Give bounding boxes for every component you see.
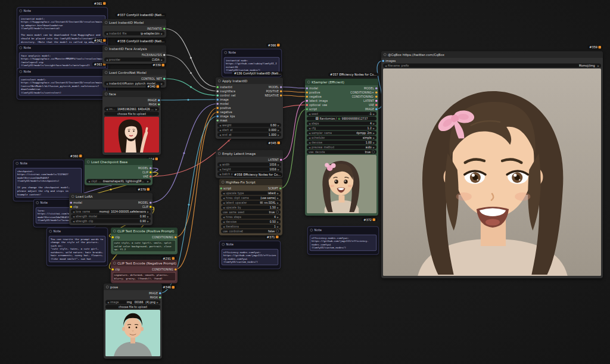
combo-widget-latent_upscaler[interactable]: ◀latent_upscalerttl_nn.SDXL▶	[221, 201, 281, 205]
output-slot-IMAGE[interactable]	[375, 108, 378, 110]
decrement-arrow-icon[interactable]: ◀	[219, 129, 221, 132]
collapse-icon[interactable]	[105, 21, 108, 24]
input-slot-control_net[interactable]	[217, 94, 219, 97]
collapse-icon[interactable]	[310, 229, 313, 232]
input-slot-insightface[interactable]	[217, 90, 219, 92]
collapse-icon[interactable]	[105, 71, 108, 74]
node-apply-instantid[interactable]: #136 ComfyUI InstantID (Nati...#345Apply…	[216, 77, 283, 139]
node-face[interactable]: #340#14faceIMAGEMASK◀image16481962661_64…	[102, 91, 161, 155]
combo-widget-ckpt_name[interactable]: ◀ckpt_namedreamshaperXL_lightningDPMSDE.…	[86, 179, 151, 183]
output-slot-SCRIPT[interactable]	[279, 187, 282, 189]
increment-arrow-icon[interactable]: ▶	[373, 113, 375, 116]
toggle-icon[interactable]	[276, 230, 279, 233]
increment-arrow-icon[interactable]: ▶	[147, 215, 149, 218]
toggle-icon[interactable]	[372, 151, 375, 154]
input-slot-image[interactable]	[217, 98, 219, 101]
input-slot-script[interactable]	[306, 108, 309, 110]
input-slot-clip[interactable]	[112, 268, 114, 270]
combo-widget-filename_prefix[interactable]: ◀filename_prefixMomoji/img_▶	[383, 64, 601, 68]
decrement-arrow-icon[interactable]: ◀	[106, 58, 108, 61]
output-slot-MASK[interactable]	[158, 103, 160, 105]
node-save-image[interactable]: #359@CqBox https://twitter.com/CqBoximag…	[381, 51, 603, 278]
increment-arrow-icon[interactable]: ▶	[278, 129, 279, 132]
collapse-icon[interactable]	[20, 10, 23, 13]
output-slot-MODEL[interactable]	[280, 86, 282, 88]
node-title-bar[interactable]: Apply InstantID	[216, 77, 283, 84]
toggle-widget-use_same_seed[interactable]: use_same_seedtrue	[221, 210, 281, 214]
upload-button[interactable]: choose file to upload	[104, 112, 159, 116]
note-text[interactable]: instantid model: https://huggingface.co/…	[19, 15, 105, 48]
increment-arrow-icon[interactable]: ▶	[161, 58, 163, 61]
output-slot-MODEL[interactable]	[150, 201, 152, 204]
number-widget-hires_steps[interactable]: ◀hires_steps4▶	[221, 215, 281, 219]
output-slot-LATENT[interactable]	[280, 158, 282, 161]
combo-widget-scheduler[interactable]: ◀schedulersimple▶	[307, 136, 376, 140]
decrement-arrow-icon[interactable]: ◀	[223, 197, 225, 200]
node-load-lora[interactable]: #290Load LoRAmodelMODELclipCLIP◀lora_nam…	[69, 193, 152, 225]
node-title-bar[interactable]: HighRes-Fix Script	[219, 179, 282, 185]
node-title-bar[interactable]: Load Checkpoint Base	[85, 158, 152, 165]
node-title-bar[interactable]: Note	[308, 227, 379, 234]
number-widget-strength_clip[interactable]: ◀strength_clip0.90▶	[71, 219, 151, 223]
input-slot-instantid[interactable]	[217, 86, 219, 88]
decrement-arrow-icon[interactable]: ◀	[309, 136, 310, 139]
node-title-bar[interactable]: Note	[47, 228, 108, 235]
decrement-arrow-icon[interactable]: ◀	[73, 215, 74, 218]
input-slot-model[interactable]	[217, 102, 219, 105]
node-title-bar[interactable]: Note	[17, 69, 108, 75]
decrement-arrow-icon[interactable]: ◀	[309, 113, 310, 116]
output-slot-POSITIVE[interactable]	[280, 90, 282, 92]
increment-arrow-icon[interactable]: ▶	[277, 216, 279, 219]
number-widget-start_at[interactable]: ◀start_at0.000▶	[217, 128, 281, 132]
toggle-widget-use_controlnet[interactable]: use_controlnetfalse	[221, 229, 281, 234]
decrement-arrow-icon[interactable]: ◀	[219, 173, 221, 176]
decrement-arrow-icon[interactable]: ◀	[106, 82, 108, 85]
upload-button[interactable]: choose file to upload	[105, 305, 160, 309]
increment-arrow-icon[interactable]: ▶	[277, 201, 279, 204]
input-slot-negative[interactable]	[217, 111, 219, 113]
decrement-arrow-icon[interactable]: ◀	[219, 163, 221, 166]
decrement-arrow-icon[interactable]: ◀	[219, 124, 221, 127]
increment-arrow-icon[interactable]: ▶	[373, 122, 375, 125]
input-slot-optional_vae[interactable]	[306, 104, 309, 106]
number-widget-width[interactable]: ◀width1016▶	[217, 163, 281, 167]
decrement-arrow-icon[interactable]: ◀	[309, 146, 310, 149]
collapse-icon[interactable]	[36, 201, 39, 204]
increment-arrow-icon[interactable]: ▶	[277, 220, 279, 223]
increment-arrow-icon[interactable]: ▶	[157, 301, 158, 304]
node-load-instantid[interactable]: #337 ComfyUI InstantID (Nati...Load Inst…	[102, 19, 166, 38]
collapse-icon[interactable]	[222, 243, 225, 246]
collapse-icon[interactable]	[105, 92, 108, 95]
decrement-arrow-icon[interactable]: ◀	[73, 210, 74, 213]
decrement-arrow-icon[interactable]: ◀	[73, 220, 74, 223]
number-widget-seed[interactable]: ◀seed-1▶	[307, 112, 376, 116]
output-slot-NEGATIVE[interactable]	[280, 94, 282, 97]
node-title-bar[interactable]: Empty Latent Image	[216, 150, 283, 157]
increment-arrow-icon[interactable]: ▶	[373, 132, 375, 135]
node-title-bar[interactable]: CLIP Text Encode (Negative Prompt)	[111, 260, 178, 266]
note-text[interactable]: efficiency-nodes-comfyui: https://github…	[222, 249, 278, 265]
graph-canvas[interactable]: #361Noteinstantid model: https://hugging…	[0, 0, 610, 364]
decrement-arrow-icon[interactable]: ◀	[219, 168, 221, 171]
decrement-arrow-icon[interactable]: ◀	[88, 180, 90, 183]
node-highres-fix[interactable]: #358 Efficiency Nodes for Co...HighRes-F…	[219, 179, 282, 235]
combo-widget-lora_name[interactable]: ◀lora_namemomoji_1024-000005.safetensors…	[71, 210, 151, 214]
input-slot-script[interactable]	[220, 187, 223, 189]
output-slot-FACEANALYSIS[interactable]	[163, 54, 166, 56]
output-slot-CONDITIONING-[interactable]	[375, 95, 378, 98]
number-widget-weight[interactable]: ◀weight0.80▶	[217, 123, 281, 127]
decrement-arrow-icon[interactable]: ◀	[385, 64, 387, 67]
collapse-icon[interactable]	[384, 53, 387, 56]
input-slot-positive[interactable]	[217, 107, 219, 109]
node-note-371[interactable]: #371Noteefficiency-nodes-comfyui: https:…	[219, 241, 281, 269]
toggle-icon[interactable]	[276, 211, 279, 214]
increment-arrow-icon[interactable]: ▶	[278, 133, 279, 136]
note-text[interactable]: controlnet model: https://huggingface.co…	[19, 76, 105, 96]
collapse-icon[interactable]	[87, 160, 90, 163]
node-checkpoint[interactable]: #379Load Checkpoint BaseMODELCLIPVAE◀ckp…	[85, 158, 152, 185]
output-slot-LATENT[interactable]	[375, 99, 378, 102]
node-title-bar[interactable]: Note	[222, 49, 282, 56]
decrement-arrow-icon[interactable]: ◀	[223, 206, 225, 209]
increment-arrow-icon[interactable]: ▶	[161, 32, 163, 35]
note-text[interactable]: face analysis model: https://huggingface…	[19, 52, 105, 69]
